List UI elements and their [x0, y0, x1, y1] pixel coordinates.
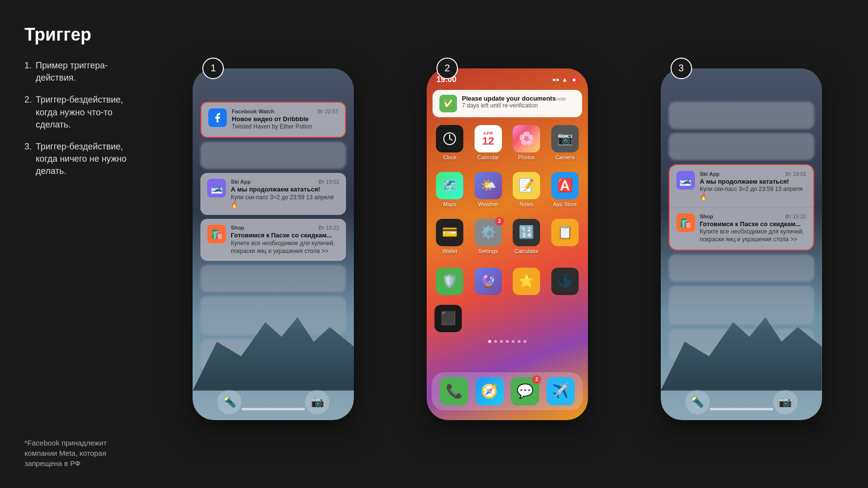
- phone-3-bg: 🎿 Ski App Вт 19:01 А мы продолжаем катат…: [661, 68, 822, 420]
- ski-notif-content: Ski App Вт 19:01 А мы продолжаем кататьс…: [231, 179, 339, 209]
- svg-line-2: [450, 139, 452, 140]
- app-photos[interactable]: 🌸 Photos: [511, 125, 542, 160]
- extra-app-row: ⬛: [427, 301, 588, 336]
- banner-time: now: [556, 96, 565, 102]
- calculator-app-icon: 🔢: [513, 219, 540, 246]
- app-camera[interactable]: 📷 Camera: [549, 125, 580, 160]
- extra-icon: ⬛: [434, 305, 462, 332]
- app-grid-row4: 🛡️ 🔮 ⭐ 🌑: [427, 262, 588, 301]
- dock-safari[interactable]: 🧭: [476, 377, 504, 405]
- flashlight-button[interactable]: 🔦: [217, 390, 241, 414]
- wifi-icon: ▲: [562, 76, 567, 83]
- shop-icon-phone3: 🛍️: [676, 213, 695, 232]
- ski-notif-body-phone3: Купи ски-пасс 3=2 до 23:59 13 апреля 🔥: [700, 186, 806, 201]
- photos-label: Photos: [518, 154, 535, 160]
- ski-notif-content-phone3: Ski App Вт 19:01 А мы продолжаем кататьс…: [700, 171, 806, 201]
- app-maps[interactable]: 🗺️ Maps: [434, 172, 465, 207]
- app-misc3[interactable]: ⭐: [511, 268, 542, 295]
- phone-1-notifications: Facebook Watch Вт 22:57 Новое видео от D…: [193, 68, 354, 372]
- settings-app-icon: 2 ⚙️: [475, 219, 502, 246]
- facebook-app-name: Facebook Watch: [232, 108, 274, 114]
- shop-app-name-phone3: Shop: [700, 213, 714, 219]
- ski-icon: 🎿: [207, 179, 226, 197]
- calendar-app-icon: APR 12: [475, 125, 502, 152]
- maps-app-icon: 🗺️: [436, 172, 463, 199]
- dock-telegram[interactable]: ✈️: [546, 377, 575, 405]
- dock-messages[interactable]: 💬 2: [511, 377, 539, 405]
- phone-3-badge: 3: [671, 58, 692, 79]
- notification-facebook: Facebook Watch Вт 22:57 Новое видео от D…: [200, 102, 346, 138]
- app-todo[interactable]: 📋: [549, 219, 580, 254]
- phone-2-bg: 19:00 ●● ▲ ■ ✅ Please update your docume…: [427, 68, 588, 420]
- placeholder-3-2: [669, 133, 814, 160]
- phone-1-badge: 1: [202, 58, 224, 79]
- shop-icon: 🛍️: [207, 225, 226, 243]
- phone-1-bg: Facebook Watch Вт 22:57 Новое видео от D…: [193, 68, 354, 420]
- ski-app-name: Ski App: [231, 179, 251, 185]
- app-settings[interactable]: 2 ⚙️ Settings: [473, 219, 503, 254]
- notification-shop-phone3: 🛍️ Shop Вт 15:22 Готовимся к Пасхе со ск…: [670, 207, 813, 250]
- camera-app-icon: 📷: [551, 125, 579, 152]
- shop-app-name: Shop: [231, 225, 244, 231]
- dock-phone[interactable]: 📞: [440, 377, 468, 405]
- app-notes[interactable]: 📝 Notes: [511, 172, 542, 207]
- phone-3-notifications: 🎿 Ski App Вт 19:01 А мы продолжаем катат…: [661, 68, 822, 361]
- app-weather[interactable]: 🌤️ Weather: [473, 172, 503, 207]
- left-content: Триггер Пример триггера-действия. Тригге…: [24, 24, 127, 188]
- shop-notif-content: Shop Вт 15:22 Готовимся к Пасхе со скидк…: [231, 225, 339, 255]
- phone-1-frame: Facebook Watch Вт 22:57 Новое видео от D…: [193, 68, 354, 420]
- list-item-1: Пример триггера-действия.: [24, 60, 127, 84]
- calculator-label: Calculator: [514, 248, 539, 254]
- notification-banner: ✅ Please update your documents now 7 day…: [433, 90, 582, 117]
- facebook-notif-content: Facebook Watch Вт 22:57 Новое видео от D…: [232, 108, 338, 131]
- app-grid-row3: 💳 Wallet 2 ⚙️ Settings 🔢 Calculator: [427, 213, 588, 260]
- phone-3-wrapper: 3 🎿 Ski App Вт 19:0: [661, 68, 822, 420]
- shop-notif-body-phone3: Купите все необходимое для куличей, покр…: [700, 228, 806, 243]
- wallet-label: Wallet: [442, 248, 457, 254]
- app-extra[interactable]: ⬛: [434, 305, 462, 332]
- app-clock[interactable]: Clock: [434, 125, 465, 160]
- shop-notif-title-phone3: Готовимся к Пасхе со скидкам...: [700, 220, 806, 229]
- flashlight-button-phone3[interactable]: 🔦: [685, 390, 710, 414]
- banner-icon: ✅: [439, 95, 457, 112]
- dot-4: [506, 340, 509, 343]
- settings-badge: 2: [495, 217, 504, 226]
- app-misc1[interactable]: 🛡️: [434, 268, 465, 295]
- facebook-icon: [208, 108, 227, 127]
- notification-ski-phone3: 🎿 Ski App Вт 19:01 А мы продолжаем катат…: [670, 165, 813, 207]
- app-appstore[interactable]: 🅰️ App Store: [549, 172, 580, 207]
- app-wallet[interactable]: 💳 Wallet: [434, 219, 465, 254]
- calendar-label: Calendar: [477, 154, 499, 160]
- app-calculator[interactable]: 🔢 Calculator: [511, 219, 542, 254]
- ski-notif-title-phone3: А мы продолжаем кататься!: [700, 178, 806, 186]
- photos-app-icon: 🌸: [513, 125, 540, 152]
- placeholder-3: [200, 296, 346, 335]
- ski-notif-time-phone3: Вт 19:01: [785, 171, 806, 177]
- shop-notif-content-phone3: Shop Вт 15:22 Готовимся к Пасхе со скидк…: [700, 213, 806, 244]
- app-misc4[interactable]: 🌑: [549, 268, 580, 295]
- ski-icon-phone3: 🎿: [676, 171, 695, 190]
- banner-body: 7 days left until re-verification: [462, 102, 565, 109]
- notes-app-icon: 📝: [513, 172, 540, 199]
- ski-app-name-phone3: Ski App: [700, 171, 720, 177]
- camera-button-phone3[interactable]: 📷: [773, 390, 798, 414]
- banner-title: Please update your documents: [462, 95, 556, 102]
- phone-1-bottom: 🔦 📷: [193, 385, 354, 414]
- shop-notif-title: Готовимся к Пасхе со скидкам...: [231, 232, 339, 240]
- app-calendar[interactable]: APR 12 Calendar: [473, 125, 503, 160]
- dock: 📞 🧭 💬 2 ✈️: [432, 372, 583, 410]
- misc2-icon: 🔮: [475, 268, 502, 295]
- facebook-notif-body: Twisted Haven by Ether Potion: [232, 123, 338, 131]
- page-title: Триггер: [24, 24, 127, 45]
- list-item-2: Триггер-бездействие, когда нужно что-то …: [24, 94, 127, 131]
- camera-label: Camera: [555, 154, 574, 160]
- todo-app-icon: 📋: [551, 219, 579, 246]
- dot-5: [512, 340, 515, 343]
- phone-3-bottom: 🔦 📷: [661, 385, 822, 414]
- left-panel: Триггер Пример триггера-действия. Тригге…: [0, 0, 147, 488]
- maps-label: Maps: [443, 201, 456, 207]
- camera-button[interactable]: 📷: [305, 390, 329, 414]
- phones-container: 1 Facebook Watch В: [147, 0, 868, 488]
- app-misc2[interactable]: 🔮: [473, 268, 503, 295]
- clock-label: Clock: [443, 154, 456, 160]
